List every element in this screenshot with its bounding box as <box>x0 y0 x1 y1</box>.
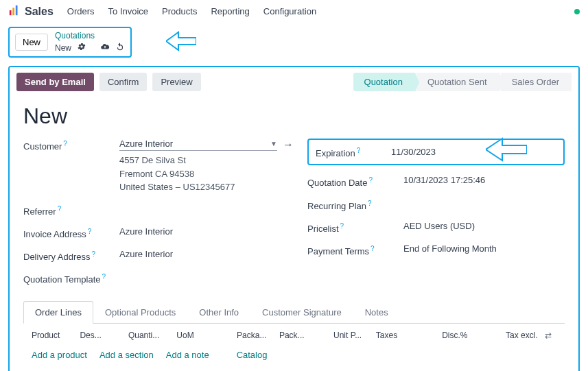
action-bar: Send by Email Confirm Preview Quotation … <box>10 67 578 97</box>
add-section-link[interactable]: Add a section <box>99 350 154 360</box>
catalog-link[interactable]: Catalog <box>237 350 268 360</box>
payment-terms-label: Payment Terms <box>307 247 369 257</box>
payment-terms-value[interactable]: End of Following Month <box>403 243 565 254</box>
line-actions: Add a product Add a section Add a note C… <box>23 344 565 371</box>
annotation-arrow-expiration <box>486 137 527 164</box>
breadcrumb-highlight: New Quotations New <box>8 27 132 58</box>
help-icon[interactable]: ? <box>92 250 96 258</box>
svg-rect-0 <box>10 10 12 15</box>
confirm-button[interactable]: Confirm <box>99 73 148 91</box>
tab-notes[interactable]: Notes <box>353 301 400 324</box>
status-pills: Quotation Quotation Sent Sales Order <box>352 73 572 91</box>
nav-to-invoice[interactable]: To Invoice <box>108 6 149 16</box>
customer-address: 4557 De Silva St Fremont CA 94538 United… <box>119 154 294 194</box>
col-description: Des... <box>80 331 121 340</box>
customer-label: Customer <box>23 141 62 152</box>
col-packaging-qty: Pack... <box>279 331 327 340</box>
help-icon[interactable]: ? <box>368 176 373 184</box>
help-icon[interactable]: ? <box>63 140 67 147</box>
top-navbar: Sales Orders To Invoice Products Reporti… <box>0 0 588 23</box>
col-quantity: Quanti... <box>128 331 169 340</box>
nav-orders[interactable]: Orders <box>67 6 95 16</box>
help-icon[interactable]: ? <box>88 228 92 235</box>
expiration-label: Expiration <box>316 148 355 158</box>
svg-rect-1 <box>12 8 14 15</box>
status-dot <box>574 9 580 14</box>
col-taxes: Taxes <box>376 331 435 340</box>
brand-text: Sales <box>25 5 54 18</box>
nav-configuration[interactable]: Configuration <box>263 6 316 16</box>
tab-order-lines[interactable]: Order Lines <box>23 301 93 324</box>
pricelist-value[interactable]: AED Users (USD) <box>403 221 565 231</box>
tab-customer-signature[interactable]: Customer Signature <box>250 301 353 324</box>
col-unit-price: Unit P... <box>333 331 369 340</box>
referrer-label: Referrer <box>23 206 56 217</box>
cloud-upload-icon[interactable] <box>100 42 110 53</box>
chevron-down-icon[interactable]: ▼ <box>270 140 277 147</box>
help-icon[interactable]: ? <box>357 147 361 154</box>
expiration-value[interactable]: 11/30/2023 <box>391 147 556 157</box>
breadcrumb-current: New <box>55 43 71 53</box>
breadcrumb-row: New Quotations New <box>0 23 588 62</box>
discard-icon[interactable] <box>115 42 125 53</box>
invoice-address-label: Invoice Address <box>23 229 86 239</box>
page-title: New <box>23 104 565 129</box>
recurring-plan-label: Recurring Plan <box>307 201 366 211</box>
delivery-address-value[interactable]: Azure Interior <box>119 249 294 259</box>
tab-optional-products[interactable]: Optional Products <box>93 301 187 324</box>
add-note-link[interactable]: Add a note <box>166 350 209 360</box>
status-quotation[interactable]: Quotation <box>353 73 415 91</box>
delivery-address-label: Delivery Address <box>23 252 91 262</box>
svg-rect-2 <box>16 5 18 15</box>
help-icon[interactable]: ? <box>368 200 372 207</box>
send-by-email-button[interactable]: Send by Email <box>16 73 94 91</box>
col-tax-excl: Tax excl. <box>496 331 537 340</box>
quotation-template-label: Quotation Template <box>23 275 101 285</box>
help-icon[interactable]: ? <box>58 205 62 213</box>
columns-config-icon[interactable]: ⇄ <box>545 331 556 340</box>
nav-reporting[interactable]: Reporting <box>211 6 249 16</box>
form-sheet: Send by Email Confirm Preview Quotation … <box>8 66 580 371</box>
tab-other-info[interactable]: Other Info <box>187 301 250 324</box>
col-product: Product <box>32 331 73 340</box>
invoice-address-value[interactable]: Azure Interior <box>119 226 294 237</box>
brand[interactable]: Sales <box>8 4 54 19</box>
col-uom: UoM <box>176 331 230 340</box>
form-tabs: Order Lines Optional Products Other Info… <box>23 300 565 324</box>
quotation-date-value[interactable]: 10/31/2023 17:25:46 <box>403 175 565 185</box>
status-quotation-sent[interactable]: Quotation Sent <box>416 73 499 91</box>
quotation-date-label: Quotation Date <box>307 178 367 189</box>
breadcrumb-quotations[interactable]: Quotations <box>55 31 125 40</box>
help-icon[interactable]: ? <box>371 245 375 252</box>
help-icon[interactable]: ? <box>102 273 106 280</box>
col-packaging: Packa... <box>237 331 272 340</box>
annotation-arrow-breadcrumb <box>166 31 196 53</box>
help-icon[interactable]: ? <box>340 222 344 230</box>
pricelist-label: Pricelist <box>307 224 339 234</box>
nav-products[interactable]: Products <box>162 6 197 16</box>
col-discount: Disc.% <box>442 331 489 340</box>
preview-button[interactable]: Preview <box>152 73 200 91</box>
status-sales-order[interactable]: Sales Order <box>501 73 572 91</box>
external-link-icon[interactable]: → <box>283 139 294 151</box>
customer-input[interactable] <box>119 139 266 149</box>
new-button[interactable]: New <box>15 34 48 51</box>
brand-logo <box>8 4 21 19</box>
gear-icon[interactable] <box>77 42 86 53</box>
line-columns: Product Des... Quanti... UoM Packa... Pa… <box>23 324 565 344</box>
add-product-link[interactable]: Add a product <box>32 350 87 360</box>
